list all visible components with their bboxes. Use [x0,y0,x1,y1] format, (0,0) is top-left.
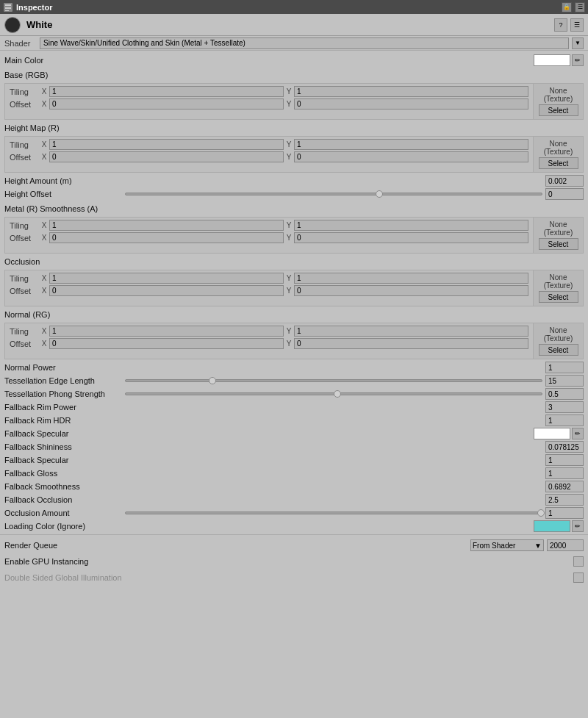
base-offset-y-label: Y [285,100,293,108]
base-tiling-row: Tiling X Y [5,85,533,98]
base-offset-y-input[interactable] [294,98,528,110]
occlusion-offset-x-input[interactable] [49,285,284,296]
occlusion-tiling-y-input[interactable] [294,273,528,284]
base-select-btn[interactable]: Select [539,104,578,116]
height-map-offset-label: Offset [10,153,39,162]
fallback-gloss-value[interactable]: 1 [545,467,584,479]
base-tiling-y-input[interactable] [294,86,528,97]
normal-offset-y-input[interactable] [294,338,528,349]
lock-button[interactable]: 🔒 [562,2,572,12]
height-offset-label: Height Offset [4,190,122,198]
fallback-shininess-row: Fallback Shininess 0.078125 [0,440,588,453]
fallback-specular-row: Fallback Specular ✏ [0,427,588,440]
metal-tiling-x-input[interactable] [49,220,284,231]
falback-smoothness-value[interactable]: 0.6892 [545,481,584,492]
double-sided-label: Double Sided Global Illumination [4,573,570,582]
help-button[interactable]: ? [554,18,567,32]
object-header: White ? ☰ [0,14,588,36]
height-offset-track[interactable] [125,193,542,195]
normal-offset-x-label: X [40,340,48,348]
height-map-offset-y-input[interactable] [294,151,528,162]
loading-color-row: Loading Color (Ignore) ✏ [0,520,588,533]
normal-tiling-x-input[interactable] [49,326,284,337]
normal-tiling-y-input[interactable] [294,326,528,337]
settings-button[interactable]: ☰ [570,18,584,32]
gpu-instancing-checkbox[interactable] [573,556,584,567]
tess-edge-track[interactable] [125,379,542,382]
tess-edge-thumb[interactable] [209,377,216,384]
base-texture-left: Tiling X Y Offset X Y [5,84,533,119]
occlusion-offset-y-input[interactable] [294,285,528,296]
occlusion-amount-value[interactable]: 1 [545,507,584,519]
occlusion-offset-label: Offset [10,287,39,295]
occlusion-tiling-x-input[interactable] [49,273,284,284]
header-buttons: ? ☰ [554,18,584,32]
fallback-occlusion-value[interactable]: 2.5 [545,494,584,506]
occlusion-select-btn[interactable]: Select [539,291,578,303]
metal-tiling-label: Tiling [10,221,39,230]
fallback-specular2-value[interactable]: 1 [545,454,584,466]
shader-dropdown[interactable]: ▼ [572,37,584,49]
occlusion-amount-thumb[interactable] [537,509,545,517]
fallback-specular-edit[interactable]: ✏ [572,428,584,439]
height-map-tiling-x-input[interactable] [49,139,284,150]
height-map-select-btn[interactable]: Select [539,157,578,169]
inspector-icon [3,2,13,12]
loading-color-edit[interactable]: ✏ [572,520,584,532]
tess-edge-label: Tessellation Edge Length [4,376,122,385]
fallback-rim-power-label: Fallback Rim Power [4,403,122,412]
tess-phong-value[interactable]: 0.5 [545,388,584,400]
menu-button[interactable]: ☰ [575,2,585,12]
normal-power-value[interactable]: 1 [545,362,584,373]
tess-edge-value[interactable]: 15 [545,375,584,387]
occlusion-texture-left: Tiling X Y Offset X Y [5,270,533,306]
metal-offset-x-input[interactable] [49,232,284,243]
shader-row: Shader Sine Wave/Skin/Unified Clothing a… [0,36,588,51]
fallback-specular-color[interactable] [534,428,570,439]
main-color-edit[interactable]: ✏ [572,54,584,66]
metal-select-btn[interactable]: Select [539,238,578,250]
tess-phong-label: Tessellation Phong Strength [4,389,122,398]
falback-smoothness-label: Falback Smoothness [4,482,122,491]
base-tiling-x-input[interactable] [49,86,284,97]
loading-color-picker[interactable] [534,520,570,532]
shader-value[interactable]: Sine Wave/Skin/Unified Clothing and Skin… [40,37,569,49]
fallback-shininess-value[interactable]: 0.078125 [545,441,584,453]
normal-texture-section: Tiling X Y Offset X Y None(Texture) Sele… [4,323,584,359]
normal-select-btn[interactable]: Select [539,344,578,356]
fallback-rim-hdr-value[interactable]: 1 [545,414,584,426]
occlusion-amount-track[interactable] [125,511,542,514]
tess-phong-thumb[interactable] [334,390,341,398]
height-offset-value[interactable]: 0 [545,188,584,200]
height-map-texture-section: Tiling X Y Offset X Y None(Texture) Sele… [4,136,584,173]
normal-offset-x-input[interactable] [49,338,284,349]
metal-offset-y-input[interactable] [294,232,528,243]
main-content: Main Color ✏ Base (RGB) Tiling X Y Offse… [0,51,588,589]
fallback-rim-hdr-label: Fallback Rim HDR [4,416,122,425]
double-sided-checkbox[interactable] [573,572,584,583]
fallback-rim-power-value[interactable]: 3 [545,401,584,413]
render-queue-input[interactable]: 2000 [547,539,584,551]
main-color-picker[interactable] [534,54,570,66]
occlusion-tiling-row: Tiling X Y [5,272,533,284]
render-queue-select[interactable]: From Shader ▼ [470,539,544,551]
metal-tiling-y-input[interactable] [294,220,528,231]
normal-texture-left: Tiling X Y Offset X Y [5,323,533,359]
gpu-instancing-row: Enable GPU Instancing [0,554,588,569]
base-offset-x-input[interactable] [49,98,284,110]
height-amount-value[interactable]: 0.002 [545,175,584,187]
height-map-tiling-y-label: Y [285,140,293,148]
tess-phong-track[interactable] [125,392,542,395]
fallback-shininess-label: Fallback Shininess [4,442,122,451]
gpu-instancing-label: Enable GPU Instancing [4,557,570,566]
main-color-row: Main Color ✏ [0,54,588,67]
render-queue-label: Render Queue [4,541,107,550]
height-map-offset-x-input[interactable] [49,151,284,162]
base-texture-none: None(Texture) [544,87,573,103]
height-map-tiling-y-input[interactable] [294,139,528,150]
render-queue-row: Render Queue From Shader ▼ 2000 [0,538,588,553]
height-offset-thumb[interactable] [376,190,383,198]
base-offset-x-label: X [40,100,48,108]
height-map-texture-left: Tiling X Y Offset X Y [5,137,533,172]
metal-tiling-x-label: X [40,221,48,229]
